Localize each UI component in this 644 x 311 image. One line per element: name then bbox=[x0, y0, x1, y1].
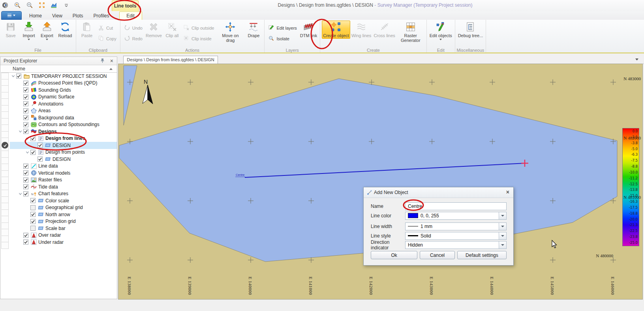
cut-button[interactable]: Cut bbox=[96, 24, 118, 32]
close-icon[interactable]: × bbox=[110, 58, 113, 64]
checkbox-checked[interactable] bbox=[16, 74, 21, 79]
caret-expanded-icon[interactable] bbox=[24, 137, 30, 140]
tree-item-color-scale[interactable]: Color scale bbox=[10, 197, 117, 204]
debug-tree--button[interactable]: Debug tree... bbox=[457, 21, 484, 39]
tree-item-design-from-points[interactable]: Design from points bbox=[10, 149, 117, 156]
checkbox-checked[interactable] bbox=[38, 156, 43, 162]
tab-plots[interactable]: Plots bbox=[68, 12, 88, 20]
application-menu-button[interactable] bbox=[1, 11, 22, 20]
checkbox-checked[interactable] bbox=[30, 150, 36, 155]
checkbox-checked[interactable] bbox=[23, 239, 28, 245]
checkbox-checked[interactable] bbox=[30, 219, 36, 224]
zoom-in-button[interactable] bbox=[13, 1, 22, 10]
document-tab[interactable]: Designs \ Design from lines.qgfdes \ DES… bbox=[123, 56, 218, 64]
dialog-close-icon[interactable]: × bbox=[506, 189, 509, 195]
tree-item-contours-and-spotsoundings[interactable]: Contours and Spotsoundings bbox=[10, 121, 117, 128]
tree-item-chart-features[interactable]: NChart features bbox=[10, 190, 117, 198]
checkbox-checked[interactable] bbox=[23, 191, 28, 196]
export-button[interactable]: Export bbox=[38, 21, 56, 41]
dialog-titlebar[interactable]: Add New Object × bbox=[364, 187, 513, 198]
edit-layers-button[interactable]: Edit layers bbox=[266, 24, 299, 32]
tree-item-geographical-grid[interactable]: Geographical grid bbox=[10, 204, 117, 211]
line-style-combo[interactable]: Solid bbox=[405, 232, 507, 240]
tree-item-projection-grid[interactable]: Projection grid bbox=[10, 218, 117, 225]
checkbox-checked[interactable] bbox=[30, 136, 36, 141]
checkbox-checked[interactable] bbox=[23, 87, 28, 92]
profile-view-button[interactable] bbox=[50, 1, 58, 10]
isolate-button[interactable]: Isolate bbox=[266, 34, 299, 43]
paste-button[interactable]: Paste bbox=[78, 21, 96, 39]
tree-item-line-data[interactable]: Line data bbox=[10, 163, 117, 170]
caret-expanded-icon[interactable] bbox=[17, 130, 23, 133]
line-width-combo[interactable]: 1 mm bbox=[405, 222, 507, 230]
tree-item-annotations[interactable]: Annotations bbox=[10, 100, 117, 107]
explorer-column-header[interactable]: Name bbox=[1, 65, 117, 73]
tree-item-sounding-grids[interactable]: Sounding Grids bbox=[10, 87, 117, 94]
checkbox-checked[interactable] bbox=[23, 108, 28, 113]
checkbox-checked[interactable] bbox=[23, 233, 28, 238]
tree-item-dynamic-surface[interactable]: Dynamic Surface bbox=[10, 94, 117, 101]
dtm-link-button[interactable]: DTM link bbox=[299, 21, 318, 39]
checkbox-checked[interactable] bbox=[23, 170, 28, 175]
checkbox-checked[interactable] bbox=[23, 101, 28, 106]
drape-button[interactable]: Drape bbox=[244, 21, 263, 39]
tree-item-design-from-lines[interactable]: Design from lines bbox=[10, 135, 117, 142]
tab-profiles[interactable]: Profiles bbox=[88, 12, 115, 20]
copy-button[interactable]: Copy bbox=[96, 34, 118, 43]
tree-item-areas[interactable]: Areas bbox=[10, 107, 117, 115]
create-object-button[interactable]: Create object bbox=[322, 21, 350, 39]
qat-more-button[interactable] bbox=[62, 1, 71, 10]
chevron-down-icon[interactable] bbox=[499, 241, 506, 249]
caret-expanded-icon[interactable] bbox=[10, 74, 16, 78]
tree-item-processed-point-files-qpd-[interactable]: Processed Point files (QPD) bbox=[10, 80, 117, 87]
tree-item-north-arrow[interactable]: North arrow bbox=[10, 211, 117, 218]
name-input[interactable]: Centre bbox=[405, 202, 507, 210]
import-button[interactable]: Import bbox=[20, 21, 38, 41]
caret-expanded-icon[interactable] bbox=[24, 151, 30, 154]
tab-home[interactable]: Home bbox=[24, 12, 47, 20]
cancel-button[interactable]: Cancel bbox=[420, 251, 455, 259]
pin-icon[interactable] bbox=[100, 58, 105, 64]
tree-item-temporary-project-session[interactable]: TEMPORARY PROJECT SESSION bbox=[10, 73, 117, 80]
wing-lines-button[interactable]: Wing lines bbox=[350, 21, 373, 39]
chevron-down-icon[interactable] bbox=[499, 232, 506, 239]
tree-item-vertical-models[interactable]: Vertical models bbox=[10, 170, 117, 177]
checkbox-checked[interactable] bbox=[23, 122, 28, 127]
tree-item-designs[interactable]: Designs bbox=[10, 128, 117, 135]
clip-all-button[interactable]: Clip all bbox=[163, 21, 181, 39]
chevron-down-icon[interactable] bbox=[499, 223, 506, 230]
checkbox-checked[interactable] bbox=[23, 177, 28, 183]
fit-extents-button[interactable] bbox=[38, 1, 46, 10]
raster-generator-button[interactable]: Raster Generator bbox=[396, 21, 425, 43]
tree-item-scale-bar[interactable]: Scale bar bbox=[10, 225, 117, 232]
tree-item-tide-data[interactable]: Tide data bbox=[10, 183, 117, 190]
checkbox-checked[interactable] bbox=[23, 164, 28, 169]
edit-objects-button[interactable]: Edit objects bbox=[428, 21, 453, 41]
checkbox-checked[interactable] bbox=[30, 198, 36, 203]
tab-view[interactable]: View bbox=[47, 12, 68, 20]
tree-item-design[interactable]: DESIGN bbox=[10, 156, 117, 163]
save-button[interactable]: Save bbox=[2, 21, 20, 39]
checkbox-checked[interactable] bbox=[23, 81, 28, 86]
tree-item-background-data[interactable]: Background data bbox=[10, 114, 117, 121]
undo-button[interactable]: Undo bbox=[122, 24, 145, 32]
tree-item-raster-files[interactable]: Raster files bbox=[10, 177, 117, 184]
cross-lines-button[interactable]: Cross lines bbox=[372, 21, 396, 39]
zoom-out-button[interactable] bbox=[25, 1, 34, 10]
checkbox-checked[interactable] bbox=[23, 115, 28, 120]
remove-button[interactable]: Remove bbox=[145, 21, 163, 39]
tree-item-under-radar[interactable]: Under radar bbox=[10, 239, 117, 246]
chevron-down-icon[interactable] bbox=[499, 212, 506, 219]
default-settings-button[interactable]: Default settings bbox=[457, 251, 507, 259]
caret-expanded-icon[interactable] bbox=[17, 192, 23, 196]
checkbox-checked[interactable] bbox=[23, 129, 28, 134]
reload-button[interactable]: Reload bbox=[56, 21, 74, 39]
redo-button[interactable]: Redo bbox=[122, 34, 145, 43]
tab-edit-active[interactable]: Edit bbox=[119, 11, 142, 20]
checkbox-checked[interactable] bbox=[23, 184, 28, 189]
tree-item-design[interactable]: DESIGN bbox=[10, 142, 117, 149]
clip-outside-button[interactable]: Clip outside bbox=[181, 24, 216, 32]
line-color-combo[interactable]: 0, 0, 255 bbox=[405, 212, 507, 220]
checkbox-checked[interactable] bbox=[38, 143, 43, 148]
clip-inside-button[interactable]: Clip inside bbox=[181, 34, 216, 43]
